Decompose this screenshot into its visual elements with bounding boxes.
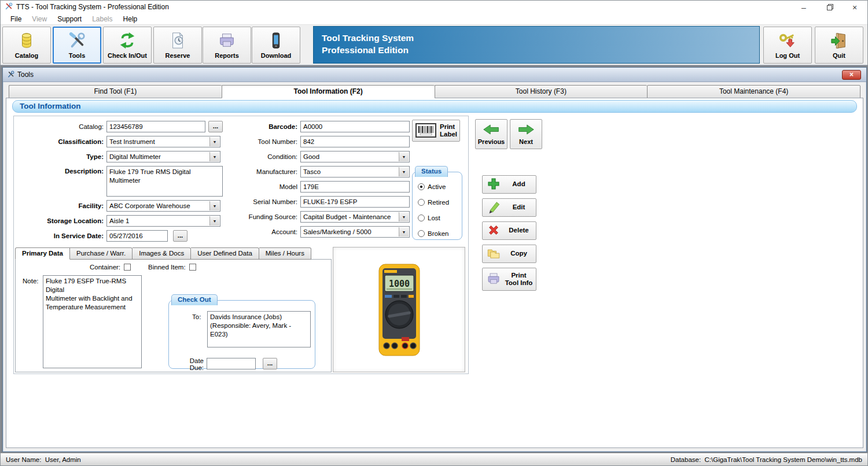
arrows-icon: [119, 32, 136, 50]
tab-find-tool[interactable]: Find Tool (F1): [9, 85, 222, 98]
printer-icon: [487, 272, 501, 287]
toolbar-label: Log Out: [775, 52, 800, 59]
catalog-browse-button[interactable]: ...: [208, 121, 223, 132]
previous-button[interactable]: Previous: [475, 119, 507, 149]
condition-value: Good: [303, 153, 319, 160]
chevron-down-icon[interactable]: ▼: [399, 152, 409, 161]
tab-purchase-warranty[interactable]: Purchase / Warr.: [70, 247, 133, 260]
print-tool-info-button[interactable]: Print Tool Info: [482, 268, 536, 291]
tab-user-defined-data[interactable]: User Defined Data: [191, 247, 259, 260]
chevron-down-icon[interactable]: ▼: [399, 167, 409, 176]
edit-button[interactable]: Edit: [482, 198, 536, 217]
section-title: Tool Information: [12, 100, 857, 113]
app-icon: [5, 2, 13, 12]
menu-help[interactable]: Help: [118, 15, 143, 23]
arrow-left-icon: [483, 123, 500, 137]
copy-button[interactable]: Copy: [482, 245, 536, 263]
status-option-lost[interactable]: Lost: [418, 214, 462, 221]
tab-images-docs[interactable]: Images & Docs: [133, 247, 191, 260]
menu-labels: Labels: [87, 15, 117, 23]
tab-tool-history[interactable]: Tool History (F3): [435, 85, 648, 98]
next-button[interactable]: Next: [510, 119, 542, 149]
funding-source-select[interactable]: Capital Budget - Maintenance▼: [300, 211, 410, 223]
print-label-button[interactable]: Print Label: [412, 120, 460, 142]
tab-tool-information[interactable]: Tool Information (F2): [222, 85, 435, 98]
tools-window-close-button[interactable]: ×: [842, 70, 861, 80]
date-picker-button[interactable]: ...: [173, 230, 187, 242]
chevron-down-icon[interactable]: ▼: [209, 201, 219, 210]
copy-label: Copy: [504, 250, 536, 257]
toolbar-button-catalog[interactable]: Catalog: [2, 27, 51, 64]
menu-support[interactable]: Support: [52, 15, 87, 23]
form-left-column: Catalog: 123456789 ... Classification: T…: [19, 121, 223, 245]
description-textarea[interactable]: Fluke 179 True RMS Digital Multimeter: [106, 166, 223, 197]
toolbar-button-quit[interactable]: Quit: [815, 27, 863, 64]
binned-item-checkbox[interactable]: [189, 264, 196, 271]
status-option-label: Broken: [428, 230, 448, 237]
main-toolbar: Catalog Tools Check In/Out Reserve Repor…: [1, 24, 867, 65]
chevron-down-icon[interactable]: ▼: [209, 216, 219, 225]
type-select[interactable]: Digital Multimeter▼: [106, 151, 220, 162]
account-label: Account:: [241, 228, 300, 235]
radio-icon: [418, 230, 425, 237]
menu-file[interactable]: File: [5, 15, 27, 23]
storage-location-select[interactable]: Aisle 1▼: [106, 215, 220, 227]
toolbar-button-logout[interactable]: Log Out: [763, 27, 812, 64]
tools-icon: [68, 32, 86, 50]
status-option-retired[interactable]: Retired: [418, 198, 462, 206]
status-username: User Name: User, Admin: [6, 456, 81, 463]
tools-window-title: Tools: [17, 71, 34, 79]
tool-number-input[interactable]: 842: [300, 136, 410, 147]
note-textarea[interactable]: Fluke 179 ESFP True-RMS Digital Multimet…: [43, 275, 142, 368]
banner-line1: Tool Tracking System: [322, 32, 759, 45]
chevron-down-icon[interactable]: ▼: [399, 212, 409, 221]
radio-icon: [418, 199, 425, 206]
date-due-picker-button[interactable]: ...: [263, 358, 277, 369]
barcode-input[interactable]: A0000: [300, 121, 410, 132]
tab-primary-data[interactable]: Primary Data: [15, 247, 70, 260]
toolbar-label: Reports: [215, 52, 239, 59]
tab-miles-hours[interactable]: Miles / Hours: [259, 247, 311, 260]
catalog-input[interactable]: 123456789: [106, 121, 205, 132]
manufacturer-select[interactable]: Tasco▼: [300, 166, 410, 177]
print-label-text: Print Label: [440, 123, 457, 138]
window-title: TTS - Tool Tracking System - Professiona…: [16, 3, 169, 11]
model-input[interactable]: 179E: [300, 181, 410, 193]
toolbar-button-reserve[interactable]: Reserve: [153, 27, 202, 64]
status-option-label: Lost: [428, 214, 440, 221]
tab-tool-maintenance[interactable]: Tool Maintenance (F4): [647, 85, 860, 98]
chevron-down-icon[interactable]: ▼: [399, 227, 409, 236]
binned-item-label: Binned Item:: [148, 264, 186, 271]
chevron-down-icon[interactable]: ▼: [209, 152, 219, 161]
app-banner: Tool Tracking System Professional Editio…: [313, 26, 760, 64]
database-icon: [18, 32, 35, 50]
previous-label: Previous: [478, 138, 505, 145]
container-checkbox[interactable]: [124, 264, 131, 271]
toolbar-button-tools[interactable]: Tools: [53, 27, 101, 64]
serial-number-input[interactable]: FLUKE-179 ESFP: [300, 196, 410, 208]
check-out-to-textarea[interactable]: Davids Insurance (Jobs) (Responsible: Av…: [207, 311, 311, 347]
status-option-broken[interactable]: Broken: [418, 230, 462, 237]
facility-select[interactable]: ABC Corporate Warehouse▼: [106, 200, 220, 212]
toolbar-button-check-in-out[interactable]: Check In/Out: [103, 27, 152, 64]
in-service-date-input[interactable]: 05/27/2016: [106, 230, 168, 242]
add-button[interactable]: Add: [482, 175, 536, 194]
condition-select[interactable]: Good▼: [300, 151, 410, 162]
delete-button[interactable]: Delete: [482, 221, 536, 240]
check-out-to-label: To:: [192, 313, 201, 320]
mobile-device-icon: [267, 32, 285, 50]
toolbar-button-download[interactable]: Download: [252, 27, 300, 64]
banner-line2: Professional Edition: [322, 45, 759, 57]
chevron-down-icon[interactable]: ▼: [209, 137, 219, 146]
toolbar-button-reports[interactable]: Reports: [203, 27, 251, 64]
date-due-input[interactable]: [207, 358, 256, 369]
account-select[interactable]: Sales/Marketing / 5000▼: [300, 226, 410, 238]
tools-window-titlebar[interactable]: Tools ×: [3, 68, 866, 82]
status-bar: User Name: User, Admin Database: C:\Giga…: [1, 453, 867, 465]
status-option-active[interactable]: Active: [418, 183, 462, 190]
classification-select[interactable]: Test Instrument▼: [106, 136, 220, 147]
condition-label: Condition:: [241, 153, 300, 160]
status-option-label: Retired: [428, 199, 449, 206]
manufacturer-value: Tasco: [303, 168, 321, 175]
key-logout-icon: [778, 32, 797, 50]
